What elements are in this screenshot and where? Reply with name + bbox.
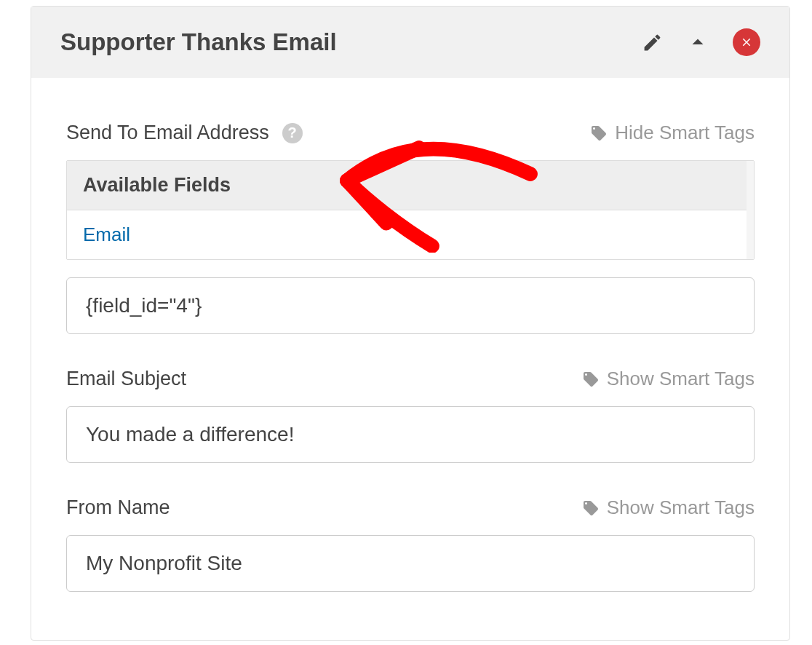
subject-label-text: Email Subject [66, 368, 186, 390]
available-fields-box: Available Fields Email [66, 160, 755, 260]
show-smart-tags-text: Show Smart Tags [607, 496, 755, 519]
from-name-label-text: From Name [66, 496, 170, 519]
delete-button[interactable] [733, 28, 760, 56]
scrollbar[interactable] [747, 161, 754, 259]
collapse-button[interactable] [685, 29, 711, 55]
header-actions [642, 28, 760, 56]
close-icon [733, 28, 760, 56]
subject-field-group: Email Subject Show Smart Tags [66, 368, 755, 463]
field-label-row: From Name Show Smart Tags [66, 496, 755, 519]
panel-body: Send To Email Address ? Hide Smart Tags … [31, 78, 789, 640]
pencil-icon [642, 32, 663, 53]
subject-label: Email Subject [66, 368, 186, 390]
field-label-row: Email Subject Show Smart Tags [66, 368, 755, 390]
send-to-input[interactable] [66, 277, 755, 334]
tag-icon [582, 499, 600, 517]
send-to-label: Send To Email Address ? [66, 122, 303, 144]
available-fields-header: Available Fields [67, 161, 754, 210]
subject-input[interactable] [66, 406, 755, 463]
field-label-row: Send To Email Address ? Hide Smart Tags [66, 122, 755, 144]
show-smart-tags-text: Show Smart Tags [607, 368, 755, 390]
from-name-input[interactable] [66, 535, 755, 592]
edit-button[interactable] [642, 32, 663, 53]
from-name-field-group: From Name Show Smart Tags [66, 496, 755, 592]
send-to-label-text: Send To Email Address [66, 122, 269, 144]
show-smart-tags-link-subject[interactable]: Show Smart Tags [582, 368, 755, 390]
hide-smart-tags-link[interactable]: Hide Smart Tags [590, 122, 755, 144]
hide-smart-tags-text: Hide Smart Tags [615, 122, 755, 144]
show-smart-tags-link-fromname[interactable]: Show Smart Tags [582, 496, 755, 519]
panel-header: Supporter Thanks Email [31, 7, 789, 78]
send-to-field-group: Send To Email Address ? Hide Smart Tags … [66, 122, 755, 334]
tag-icon [582, 371, 600, 388]
available-field-email[interactable]: Email [67, 210, 754, 259]
tag-icon [590, 124, 608, 142]
help-icon[interactable]: ? [282, 123, 303, 143]
chevron-up-icon [685, 29, 711, 55]
panel-title: Supporter Thanks Email [60, 28, 337, 56]
notification-panel: Supporter Thanks Email [31, 6, 790, 641]
from-name-label: From Name [66, 496, 170, 519]
